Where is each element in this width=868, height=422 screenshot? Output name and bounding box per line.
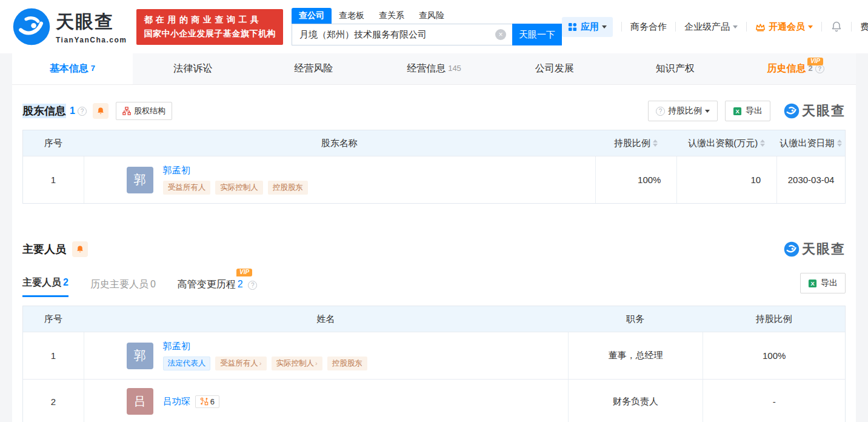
help-icon[interactable]: ? [815, 64, 824, 73]
top-header: 天眼查 TianYanCha.com 都在用的商业查询工具 国家中小企业发展子基… [0, 0, 868, 53]
tab-operation-risk[interactable]: 经营风险 [253, 53, 374, 84]
tab-intellectual-property[interactable]: 知识产权 [615, 53, 735, 84]
sort-icon [653, 139, 658, 147]
avatar[interactable]: 郭 [127, 167, 153, 193]
chevron-down-icon [602, 25, 607, 28]
tab-basic-info[interactable]: 基本信息7 [12, 53, 133, 84]
open-vip-link[interactable]: 开通会员 [755, 21, 813, 33]
search-tab-relation[interactable]: 查关系 [372, 8, 412, 24]
logo-brand: 天眼查 [56, 10, 127, 35]
vip-badge: VIP [236, 269, 252, 276]
subtab-history-personnel[interactable]: 历史主要人员0 [90, 278, 156, 297]
row-index: 1 [23, 332, 84, 379]
ratio-filter-button[interactable]: ? 持股比例 [648, 101, 718, 121]
tag-legal-representative[interactable]: 法定代表人 [163, 357, 211, 370]
search-tab-boss[interactable]: 查老板 [332, 8, 372, 24]
sort-icon [837, 139, 842, 147]
tab-history-info[interactable]: VIP 历史信息2 ? [735, 53, 856, 84]
divider [821, 22, 822, 32]
search-tab-company[interactable]: 查公司 [292, 8, 332, 24]
row-index: 2 [23, 380, 84, 422]
nav-cooperation[interactable]: 商务合作 [630, 21, 667, 33]
col-amount[interactable]: 认缴出资额(万元) [676, 138, 776, 149]
table-row: 1 郭 郭孟初 法定代表人 受益所有人› 实际控制人› 控股股东 [23, 332, 845, 379]
search-input[interactable] [292, 24, 512, 45]
col-ratio[interactable]: 持股比例 [595, 138, 677, 149]
sort-icon [760, 139, 765, 147]
monitor-bell-icon[interactable] [93, 103, 109, 119]
search-tab-risk[interactable]: 查风险 [412, 8, 452, 24]
person-name-link[interactable]: 郭孟初 [163, 341, 190, 352]
col-date[interactable]: 认缴出资日期 [776, 138, 845, 149]
row-index: 1 [23, 156, 84, 203]
divider [675, 22, 676, 32]
avatar[interactable]: 郭 [127, 343, 153, 369]
excel-icon: X [733, 107, 742, 116]
notifications-bell-icon[interactable] [830, 21, 843, 33]
tianyancha-watermark: 天眼查 [784, 102, 846, 120]
shareholders-title: 股东信息 [22, 104, 66, 118]
excel-icon: X [808, 279, 817, 288]
tag-beneficial-owner[interactable]: 受益所有人› [215, 357, 266, 370]
date-value: 2030-03-04 [776, 156, 845, 203]
apps-menu[interactable]: 应用 [562, 17, 613, 37]
user-menu[interactable]: 费米 [860, 21, 868, 33]
tag-controlling-shareholder[interactable]: 控股股东 [327, 357, 367, 370]
slogan-line1: 都在用的商业查询工具 [144, 15, 276, 25]
shareholders-section: 股东信息 1 ? 股权结构 ? 持股比例 [12, 85, 856, 204]
crown-icon [755, 22, 766, 32]
table-header: 序号 股东名称 持股比例 认缴出资额(万元) 认缴出资日期 [23, 130, 845, 156]
person-name-link[interactable]: 吕功琛 [163, 396, 190, 407]
avatar[interactable]: 吕 [127, 388, 153, 415]
help-icon[interactable]: ? [248, 281, 257, 290]
personnel-table: 序号 姓名 职务 持股比例 1 郭 郭孟初 法定代表人 受益所有人› [22, 306, 846, 422]
col-name: 姓名 [84, 313, 568, 325]
ratio-value: - [703, 380, 845, 422]
subtab-key-personnel[interactable]: 主要人员2 [22, 276, 68, 297]
search-area: 查公司 查老板 查关系 查风险 × 天眼一下 [292, 8, 562, 45]
tab-business-info[interactable]: 经营信息145 [374, 53, 495, 84]
nav-enterprise-products[interactable]: 企业级产品 [684, 21, 738, 33]
top-nav: 应用 商务合作 企业级产品 开通会员 费米 [562, 17, 868, 37]
tianyancha-logo-icon [784, 241, 800, 257]
export-button[interactable]: X 导出 [725, 101, 770, 121]
chevron-down-icon [705, 110, 710, 113]
table-row: 2 吕 吕功琛 [23, 379, 845, 422]
shareholder-name-link[interactable]: 郭孟初 [163, 165, 190, 176]
position-value: 董事，总经理 [568, 332, 703, 379]
divider [746, 22, 747, 32]
brand-slogan: 都在用的商业查询工具 国家中小企业发展子基金旗下机构 [136, 9, 283, 45]
tag-actual-controller[interactable]: 实际控制人 [215, 181, 263, 195]
chevron-right-icon: › [315, 360, 318, 367]
col-position: 职务 [568, 313, 703, 325]
search-button[interactable]: 天眼一下 [512, 24, 562, 45]
tab-legal[interactable]: 法律诉讼 [133, 53, 253, 84]
col-index: 序号 [23, 138, 84, 149]
apps-grid-icon [568, 22, 577, 32]
personnel-title: 主要人员 [22, 242, 66, 256]
equity-structure-button[interactable]: 股权结构 [116, 102, 172, 120]
tag-controlling-shareholder[interactable]: 控股股东 [268, 181, 308, 195]
relation-graph-icon [200, 397, 209, 406]
shareholders-table: 序号 股东名称 持股比例 认缴出资额(万元) 认缴出资日期 1 [22, 130, 846, 204]
tab-company-development[interactable]: 公司发展 [494, 53, 615, 84]
ratio-value: 100% [703, 332, 845, 379]
company-tabbar: 基本信息7 法律诉讼 经营风险 经营信息145 公司发展 知识产权 VIP 历史… [12, 53, 856, 85]
tianyancha-watermark: 天眼查 [784, 240, 846, 258]
subtab-executive-changes[interactable]: VIP 高管变更历程2 ? [178, 278, 257, 297]
tag-actual-controller[interactable]: 实际控制人› [272, 357, 322, 370]
tianyancha-logo-icon [784, 103, 800, 119]
tianyancha-logo[interactable]: 天眼查 TianYanCha.com [12, 7, 127, 46]
org-chart-icon [122, 107, 131, 115]
export-button[interactable]: X 导出 [800, 273, 846, 293]
monitor-bell-icon[interactable] [72, 241, 88, 257]
svg-text:X: X [735, 109, 739, 115]
main-content: 基本信息7 法律诉讼 经营风险 经营信息145 公司发展 知识产权 VIP 历史… [12, 53, 856, 422]
clear-search-icon[interactable]: × [495, 29, 506, 40]
col-shareholder-name: 股东名称 [84, 138, 595, 149]
help-icon[interactable]: ? [78, 107, 87, 116]
divider [621, 22, 622, 32]
tag-beneficial-owner[interactable]: 受益所有人 [163, 181, 211, 195]
slogan-line2: 国家中小企业发展子基金旗下机构 [144, 28, 276, 39]
related-companies-badge[interactable]: 6 [195, 395, 219, 408]
